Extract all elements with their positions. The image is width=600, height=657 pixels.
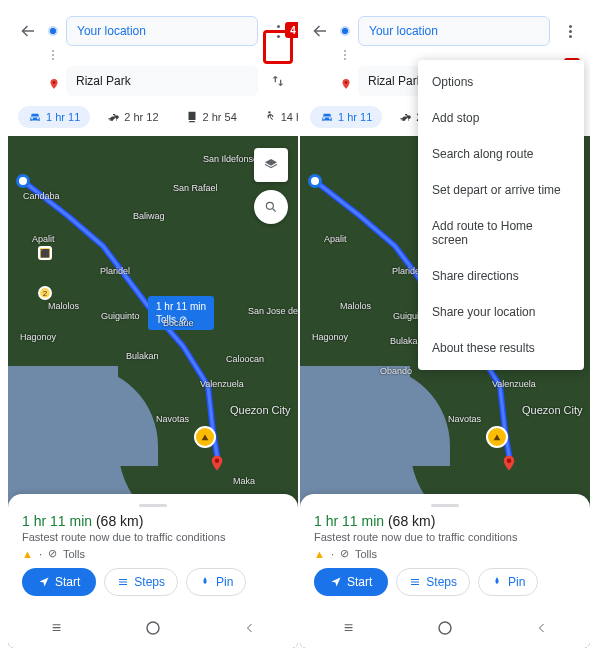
menu-item-options[interactable]: Options bbox=[418, 64, 584, 100]
directions-header: Your location Rizal Park bbox=[8, 8, 298, 100]
map-place-label: Caloocan bbox=[226, 354, 264, 364]
road-shield-icon: ⬛ bbox=[38, 246, 52, 260]
menu-item-share-directions[interactable]: Share directions bbox=[418, 258, 584, 294]
svg-point-6 bbox=[345, 81, 348, 84]
nav-menu-icon[interactable]: ≡ bbox=[338, 618, 358, 638]
sheet-drag-handle[interactable] bbox=[431, 504, 459, 507]
svg-point-5 bbox=[147, 622, 159, 634]
map-place-label: Hagonoy bbox=[20, 332, 56, 342]
origin-field[interactable]: Your location bbox=[358, 16, 550, 46]
menu-item-share-location[interactable]: Share your location bbox=[418, 294, 584, 330]
android-nav-bar: ≡ bbox=[8, 608, 298, 648]
map-place-label: Bulakan bbox=[126, 351, 159, 361]
sheet-drag-handle[interactable] bbox=[139, 504, 167, 507]
back-button[interactable] bbox=[16, 22, 40, 40]
more-options-button[interactable] bbox=[558, 25, 582, 38]
mode-moto[interactable]: 2 hr 12 bbox=[96, 106, 168, 128]
map-place-label: Apalit bbox=[32, 234, 55, 244]
map-place-label: Bocaue bbox=[163, 318, 194, 328]
map-place-label: Guiguinto bbox=[101, 311, 140, 321]
start-button[interactable]: Start bbox=[22, 568, 96, 596]
route-subtitle: Fastest route now due to traffic conditi… bbox=[314, 531, 576, 543]
origin-dot-icon bbox=[48, 26, 58, 36]
menu-item-about-results[interactable]: About these results bbox=[418, 330, 584, 366]
mode-walk-label: 14 hr bbox=[281, 111, 298, 123]
destination-marker bbox=[208, 454, 226, 472]
map-place-label: Quezon City bbox=[230, 404, 291, 416]
search-map-button[interactable] bbox=[254, 190, 288, 224]
map-place-label: Navotas bbox=[448, 414, 481, 424]
nav-home-icon[interactable] bbox=[143, 618, 163, 638]
steps-button[interactable]: Steps bbox=[396, 568, 470, 596]
options-menu: Options Add stop Search along route Set … bbox=[418, 60, 584, 370]
swap-button[interactable] bbox=[266, 73, 290, 89]
menu-item-search-route[interactable]: Search along route bbox=[418, 136, 584, 172]
route-title: 1 hr 11 min (68 km) bbox=[314, 513, 576, 529]
mode-drive-label: 1 hr 11 bbox=[338, 111, 372, 123]
destination-marker bbox=[500, 454, 518, 472]
mode-transit-label: 2 hr 54 bbox=[203, 111, 237, 123]
layers-button[interactable] bbox=[254, 148, 288, 182]
destination-pin-icon bbox=[340, 76, 350, 86]
menu-item-add-stop[interactable]: Add stop bbox=[418, 100, 584, 136]
mode-drive-label: 1 hr 11 bbox=[46, 111, 80, 123]
map-place-label: San Jose del Monte C bbox=[248, 306, 298, 316]
map-place-label: Valenzuela bbox=[200, 379, 244, 389]
mode-drive[interactable]: 1 hr 11 bbox=[18, 106, 90, 128]
map-place-label: Valenzuela bbox=[492, 379, 536, 389]
traffic-warning-icon bbox=[194, 426, 216, 448]
mode-moto-label: 2 hr 12 bbox=[124, 111, 158, 123]
more-options-button[interactable] bbox=[266, 25, 290, 38]
steps-button[interactable]: Steps bbox=[104, 568, 178, 596]
pin-button[interactable]: Pin bbox=[186, 568, 246, 596]
route-sheet[interactable]: 1 hr 11 min (68 km) Fastest route now du… bbox=[300, 494, 590, 608]
svg-point-1 bbox=[215, 459, 220, 464]
origin-marker bbox=[308, 174, 322, 188]
nav-home-icon[interactable] bbox=[435, 618, 455, 638]
map-place-label: San Rafael bbox=[173, 183, 218, 193]
route-notices: ▲ · ⊘ Tolls bbox=[22, 547, 284, 560]
route-sheet[interactable]: 1 hr 11 min (68 km) Fastest route now du… bbox=[8, 494, 298, 608]
map-place-label: Maka bbox=[233, 476, 255, 486]
map-place-label: Quezon City bbox=[522, 404, 583, 416]
nav-back-icon[interactable] bbox=[240, 618, 260, 638]
svg-point-0 bbox=[53, 81, 56, 84]
route-subtitle: Fastest route now due to traffic conditi… bbox=[22, 531, 284, 543]
mode-drive[interactable]: 1 hr 11 bbox=[310, 106, 382, 128]
menu-item-add-home[interactable]: Add route to Home screen bbox=[418, 208, 584, 258]
svg-point-10 bbox=[439, 622, 451, 634]
map-place-label: San Ildefonso bbox=[203, 154, 258, 164]
pin-button[interactable]: Pin bbox=[478, 568, 538, 596]
route-connector-icon bbox=[48, 48, 58, 62]
map-place-label: Baliwag bbox=[133, 211, 165, 221]
destination-pin-icon bbox=[48, 76, 58, 86]
route-duration-label: 1 hr 11 min bbox=[156, 301, 206, 312]
origin-dot-icon bbox=[340, 26, 350, 36]
destination-field[interactable]: Rizal Park bbox=[66, 66, 258, 96]
origin-field[interactable]: Your location bbox=[66, 16, 258, 46]
mode-walk[interactable]: 14 hr bbox=[253, 106, 298, 128]
phone-right: Your location Rizal Park 1 hr 11 bbox=[300, 8, 590, 648]
nav-menu-icon[interactable]: ≡ bbox=[46, 618, 66, 638]
map-place-label: Malolos bbox=[48, 301, 79, 311]
nav-back-icon[interactable] bbox=[532, 618, 552, 638]
map-place-label: Apalit bbox=[324, 234, 347, 244]
route-title: 1 hr 11 min (68 km) bbox=[22, 513, 284, 529]
mode-transit[interactable]: 2 hr 54 bbox=[175, 106, 247, 128]
back-button[interactable] bbox=[308, 22, 332, 40]
menu-item-set-depart[interactable]: Set depart or arrive time bbox=[418, 172, 584, 208]
map-place-label: Hagonoy bbox=[312, 332, 348, 342]
svg-point-2 bbox=[266, 202, 273, 209]
traffic-warning-icon bbox=[486, 426, 508, 448]
route-connector-icon bbox=[340, 48, 350, 62]
start-button[interactable]: Start bbox=[314, 568, 388, 596]
android-nav-bar: ≡ bbox=[300, 608, 590, 648]
origin-marker bbox=[16, 174, 30, 188]
route-notices: ▲ · ⊘ Tolls bbox=[314, 547, 576, 560]
travel-modes: 1 hr 11 2 hr 12 2 hr 54 14 hr bbox=[8, 100, 298, 136]
road-shield-icon: 2 bbox=[38, 286, 52, 300]
map-place-label: Malolos bbox=[340, 301, 371, 311]
phone-left: Your location Rizal Park 1 hr 11 bbox=[8, 8, 298, 648]
svg-point-7 bbox=[507, 459, 512, 464]
map-place-label: Candaba bbox=[23, 191, 60, 201]
